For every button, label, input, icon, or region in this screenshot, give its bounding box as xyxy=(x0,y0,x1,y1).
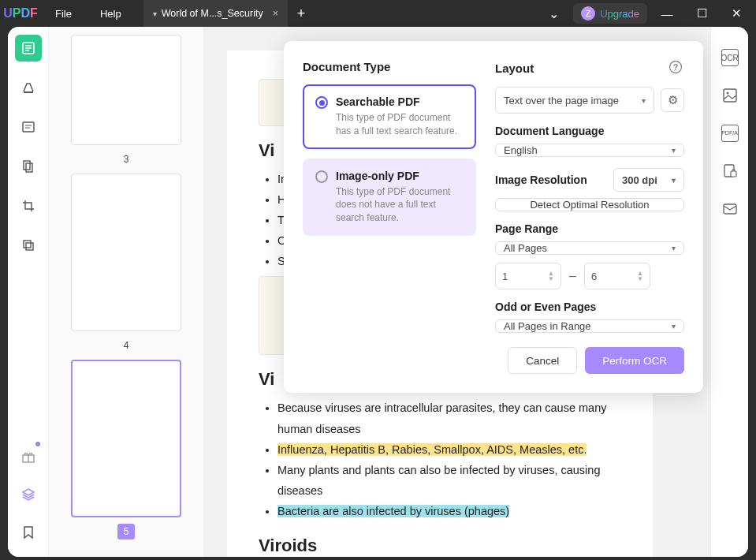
thumbnail-label: 5 xyxy=(117,524,136,539)
menu-file[interactable]: File xyxy=(41,0,86,27)
pages-icon[interactable] xyxy=(15,153,42,180)
svg-rect-10 xyxy=(24,241,31,248)
layers-icon[interactable] xyxy=(15,481,42,508)
stepper-icon[interactable]: ▲▼ xyxy=(548,271,554,282)
document-type-heading: Document Type xyxy=(303,60,476,73)
detect-resolution-button[interactable]: Detect Optimal Resolution xyxy=(495,198,684,211)
ocr-dialog: Document Type Searchable PDF This type o… xyxy=(284,41,703,393)
svg-rect-5 xyxy=(23,122,34,132)
minimize-button[interactable]: — xyxy=(652,0,682,27)
svg-text:?: ? xyxy=(673,62,679,72)
chevron-down-icon: ▾ xyxy=(672,176,676,185)
imageonly-desc: This type of PDF document does not have … xyxy=(336,185,464,225)
lock-icon[interactable] xyxy=(721,162,739,180)
language-select[interactable]: English▾ xyxy=(495,144,684,157)
list-item: Many plants and plants can also be infec… xyxy=(277,460,621,501)
thumbnail-panel: 3 4 5 xyxy=(49,27,203,557)
layout-settings-button[interactable]: ⚙ xyxy=(661,88,684,112)
thumbnail-page-3[interactable] xyxy=(71,35,181,145)
option-searchable-pdf[interactable]: Searchable PDF This type of PDF document… xyxy=(303,84,476,149)
svg-point-15 xyxy=(726,92,728,95)
svg-rect-8 xyxy=(24,161,30,170)
language-heading: Document Language xyxy=(495,125,684,137)
bookmark-icon[interactable] xyxy=(15,519,42,546)
svg-rect-18 xyxy=(724,204,736,214)
comment-icon[interactable] xyxy=(15,114,42,140)
page-from-input[interactable]: 1▲▼ xyxy=(495,263,561,289)
thumbnail-page-4[interactable] xyxy=(71,174,181,331)
layout-select[interactable]: Text over the page image▾ xyxy=(495,87,654,114)
resolution-select[interactable]: 300 dpi▾ xyxy=(613,168,684,192)
page-to-input[interactable]: 6▲▼ xyxy=(584,263,650,289)
menu-help[interactable]: Help xyxy=(86,0,136,27)
chevron-down-icon: ▾ xyxy=(672,244,676,252)
odd-even-select[interactable]: All Pages in Range▾ xyxy=(495,319,684,333)
highlight-blue: Bacteria are also infected by viruses (p… xyxy=(277,505,509,517)
odd-even-heading: Odd or Even Pages xyxy=(495,301,684,313)
cancel-button[interactable]: Cancel xyxy=(508,347,577,374)
ocr-icon[interactable]: OCR xyxy=(721,49,739,66)
stamp-icon[interactable] xyxy=(15,232,42,259)
svg-rect-11 xyxy=(26,243,33,250)
svg-rect-14 xyxy=(724,89,736,102)
chevron-down-icon: ▾ xyxy=(672,146,676,155)
imageonly-title: Image-only PDF xyxy=(336,170,464,182)
crop-icon[interactable] xyxy=(15,192,42,219)
thumbnail-page-5[interactable] xyxy=(71,360,181,517)
layout-heading: Layout xyxy=(495,62,534,75)
highlight-yellow: Influenza, Hepatitis B, Rabies, Smallpox… xyxy=(277,443,587,456)
share-icon[interactable] xyxy=(721,200,739,218)
resolution-heading: Image Resolution xyxy=(495,174,587,186)
right-toolbar: OCR PDF/A xyxy=(710,27,748,557)
image-tool-icon[interactable] xyxy=(721,87,739,104)
thumbnail-label: 3 xyxy=(117,151,136,167)
upgrade-button[interactable]: Z Upgrade xyxy=(573,3,647,24)
searchable-title: Searchable PDF xyxy=(336,95,464,108)
highlight-icon[interactable] xyxy=(15,74,42,101)
doc-list-2: Because viruses are intracellular parasi… xyxy=(259,398,621,521)
history-dropdown[interactable]: ⌄ xyxy=(539,6,568,21)
thumbnails-icon[interactable] xyxy=(15,35,42,62)
chevron-down-icon: ▾ xyxy=(642,96,646,105)
page-range-select[interactable]: All Pages▾ xyxy=(495,241,684,255)
radio-icon xyxy=(315,170,328,183)
searchable-desc: This type of PDF document has a full tex… xyxy=(336,111,464,138)
tab-chevron-icon: ▾ xyxy=(153,9,157,18)
tab-title: World of M...s_Security xyxy=(162,8,263,19)
page-range-heading: Page Range xyxy=(495,222,684,235)
close-button[interactable]: ✕ xyxy=(721,0,751,27)
help-icon[interactable]: ? xyxy=(668,60,684,76)
add-tab-button[interactable]: + xyxy=(288,6,315,22)
user-avatar: Z xyxy=(581,6,595,21)
thumbnail-label: 4 xyxy=(117,338,136,353)
chevron-down-icon: ▾ xyxy=(672,322,676,330)
titlebar: UPDF File Help ▾ World of M...s_Security… xyxy=(0,0,756,27)
svg-rect-9 xyxy=(26,163,32,172)
left-toolbar xyxy=(8,27,49,557)
heading-viroids: Viroids xyxy=(259,536,621,556)
list-item: Bacteria are also infected by viruses (p… xyxy=(277,501,621,521)
document-tab[interactable]: ▾ World of M...s_Security × xyxy=(143,0,288,27)
pdfa-icon[interactable]: PDF/A xyxy=(721,125,739,142)
list-item: Influenza, Hepatitis B, Rabies, Smallpox… xyxy=(277,439,621,460)
close-tab-icon[interactable]: × xyxy=(273,8,278,19)
app-logo: UPDF xyxy=(0,6,41,21)
radio-icon xyxy=(315,96,328,109)
main-menu: File Help xyxy=(41,0,136,27)
maximize-button[interactable]: ☐ xyxy=(687,0,717,27)
upgrade-label: Upgrade xyxy=(600,8,639,20)
svg-rect-17 xyxy=(731,171,736,177)
list-item: Because viruses are intracellular parasi… xyxy=(277,398,621,439)
range-separator: – xyxy=(569,269,576,283)
stepper-icon[interactable]: ▲▼ xyxy=(637,271,643,282)
perform-ocr-button[interactable]: Perform OCR xyxy=(585,347,684,374)
gift-icon[interactable] xyxy=(15,443,42,470)
option-image-only-pdf[interactable]: Image-only PDF This type of PDF document… xyxy=(303,159,476,236)
